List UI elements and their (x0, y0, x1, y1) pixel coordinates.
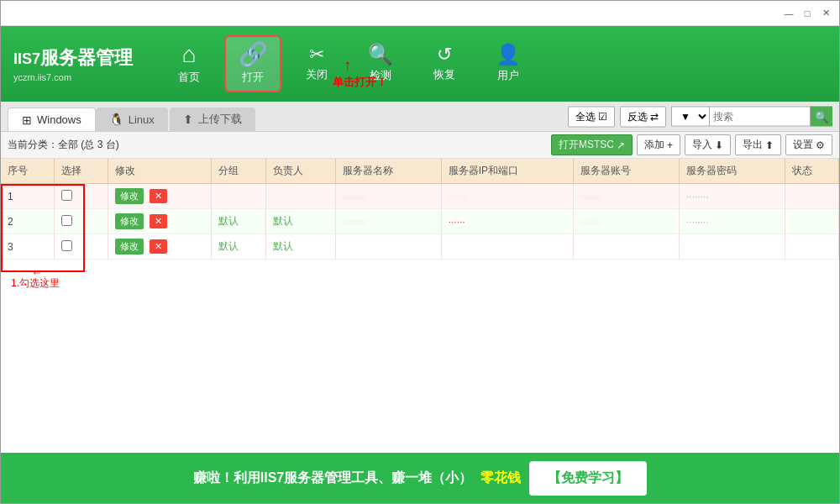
modify-button-1[interactable]: 修改 (115, 188, 144, 204)
delete-button-1[interactable]: ✕ (150, 189, 167, 203)
cell-id: 3 (1, 234, 55, 260)
annotation-arrow-icon: ↓ (344, 58, 352, 77)
add-label: 添加 (644, 138, 664, 152)
nav-open[interactable]: 🔗 打开 (224, 35, 281, 92)
col-owner: 负责人 (265, 159, 335, 184)
modify-button-2[interactable]: 修改 (115, 213, 144, 229)
search-button[interactable]: 🔍 (811, 107, 832, 127)
add-button[interactable]: 添加 + (637, 134, 680, 155)
import-label: 导入 (692, 138, 712, 152)
cell-name-2: ········ (336, 209, 442, 234)
col-id: 序号 (1, 159, 55, 184)
nav-open-label: 打开 (242, 70, 264, 85)
search-dropdown[interactable]: ▼ (671, 107, 710, 127)
close-icon: ✂ (309, 45, 324, 64)
table-row: 1 修改 ✕ ········ ······· ······· ········ (1, 184, 839, 209)
server-table: 序号 选择 修改 分组 负责人 服务器名称 服务器IP和端口 服务器账号 服务器… (1, 159, 839, 260)
footer-text: 赚啦！利用IIS7服务器管理工具、赚一堆（小） (193, 470, 472, 487)
import-button[interactable]: 导入 ⬇ (685, 134, 731, 155)
delete-button-2[interactable]: ✕ (150, 214, 167, 228)
title-bar: — □ ✕ (1, 1, 839, 26)
cell-modify: 修改 ✕ (108, 209, 212, 234)
cell-password-1: ········ (679, 184, 785, 209)
minimize-button[interactable]: — (782, 7, 795, 20)
select-all-button[interactable]: 全选 ☑ (568, 106, 615, 127)
invert-select-button[interactable]: 反选 ⇄ (620, 106, 666, 127)
select-all-label: 全选 (575, 109, 596, 123)
col-select: 选择 (55, 159, 108, 184)
search-icon: 🔍 (815, 110, 829, 123)
header: IIS7服务器管理 yczm.iis7.com ⌂ 首页 🔗 打开 ✂ 关闭 🔍 (1, 26, 839, 102)
table-container[interactable]: 序号 选择 修改 分组 负责人 服务器名称 服务器IP和端口 服务器账号 服务器… (1, 159, 839, 453)
tab-linux-label: Linux (129, 113, 155, 126)
modify-button-3[interactable]: 修改 (115, 239, 144, 255)
export-button[interactable]: 导出 ⬆ (735, 134, 781, 155)
nav-user[interactable]: 👤 用户 (480, 35, 537, 92)
logo-area: IIS7服务器管理 yczm.iis7.com (1, 26, 152, 102)
col-ip: 服务器IP和端口 (441, 159, 574, 184)
free-learning-button[interactable]: 【免费学习】 (529, 461, 647, 496)
cell-ip-2: ······ (441, 209, 574, 234)
cell-group-3: 默认 (212, 234, 265, 260)
cell-group-1 (212, 184, 265, 209)
settings-button[interactable]: 设置 ⚙ (785, 134, 832, 155)
mstsc-label: 打开MSTSC (559, 138, 614, 152)
cell-status-1 (785, 184, 838, 209)
settings-label: 设置 (793, 138, 813, 152)
nav-buttons: ⌂ 首页 🔗 打开 ✂ 关闭 🔍 检测 ↺ 恢复 (152, 26, 839, 102)
window-controls: — □ ✕ (782, 7, 832, 20)
mstsc-icon: ↗ (617, 139, 625, 151)
col-account: 服务器账号 (574, 159, 680, 184)
add-icon: + (667, 139, 673, 151)
logo-subtitle: yczm.iis7.com (13, 72, 139, 82)
cell-account-3 (574, 234, 680, 260)
cell-select (55, 209, 108, 234)
col-name: 服务器名称 (336, 159, 442, 184)
open-mstsc-button[interactable]: 打开MSTSC ↗ (551, 134, 633, 155)
cell-select (55, 184, 108, 209)
cell-ip-3 (441, 234, 574, 260)
annotation-label: 1.勾选这里 (11, 276, 60, 291)
open-icon: 🔗 (239, 43, 268, 66)
cell-account-1: ······· (574, 184, 680, 209)
close-button[interactable]: ✕ (819, 7, 832, 20)
cell-group-2: 默认 (212, 209, 265, 234)
row-checkbox-2[interactable] (61, 215, 72, 226)
tab-linux[interactable]: 🐧 Linux (96, 108, 168, 131)
cell-ip-1: ······· (441, 184, 574, 209)
col-group: 分组 (212, 159, 265, 184)
cell-password-3 (679, 234, 785, 260)
windows-icon: ⊞ (22, 113, 32, 127)
import-icon: ⬇ (715, 139, 723, 151)
tab-windows[interactable]: ⊞ Windows (8, 108, 96, 131)
nav-home[interactable]: ⌂ 首页 (160, 35, 218, 92)
invert-icon: ⇄ (650, 111, 659, 123)
maximize-button[interactable]: □ (801, 7, 814, 20)
cell-name-1: ········ (336, 184, 442, 209)
cell-owner-3: 默认 (265, 234, 335, 260)
cell-owner-2: 默认 (265, 209, 335, 234)
cell-modify: 修改 ✕ (108, 234, 212, 260)
tab-upload-label: 上传下载 (198, 112, 242, 127)
tabs-bar: ⊞ Windows 🐧 Linux ⬆ 上传下载 全选 ☑ 反选 ⇄ ▼ (1, 102, 839, 132)
cell-id: 1 (1, 184, 55, 209)
nav-restore-label: 恢复 (433, 67, 455, 82)
delete-button-3[interactable]: ✕ (150, 239, 167, 254)
annotation-text: 单击打开！ (333, 75, 387, 90)
app-window: — □ ✕ IIS7服务器管理 yczm.iis7.com ⌂ 首页 🔗 打开 (0, 0, 840, 504)
tab-upload[interactable]: ⬆ 上传下载 (170, 108, 255, 131)
cell-modify: 修改 ✕ (108, 184, 212, 209)
user-icon: 👤 (496, 45, 521, 65)
cell-name-3 (336, 234, 442, 260)
search-input[interactable] (710, 107, 811, 127)
action-bar: 当前分类：全部 (总 3 台) 打开MSTSC ↗ 添加 + 导入 ⬇ 导出 ⬆… (1, 132, 839, 159)
export-label: 导出 (743, 138, 763, 152)
annotation-arrow2: ↑ (29, 270, 43, 276)
nav-restore[interactable]: ↺ 恢复 (416, 35, 473, 92)
linux-icon: 🐧 (109, 113, 123, 126)
row-checkbox-3[interactable] (61, 240, 72, 251)
content-area: 序号 选择 修改 分组 负责人 服务器名称 服务器IP和端口 服务器账号 服务器… (1, 159, 839, 453)
action-bar-right: 打开MSTSC ↗ 添加 + 导入 ⬇ 导出 ⬆ 设置 ⚙ (551, 134, 832, 155)
logo-title: IIS7服务器管理 (13, 45, 139, 71)
row-checkbox-1[interactable] (61, 190, 72, 201)
